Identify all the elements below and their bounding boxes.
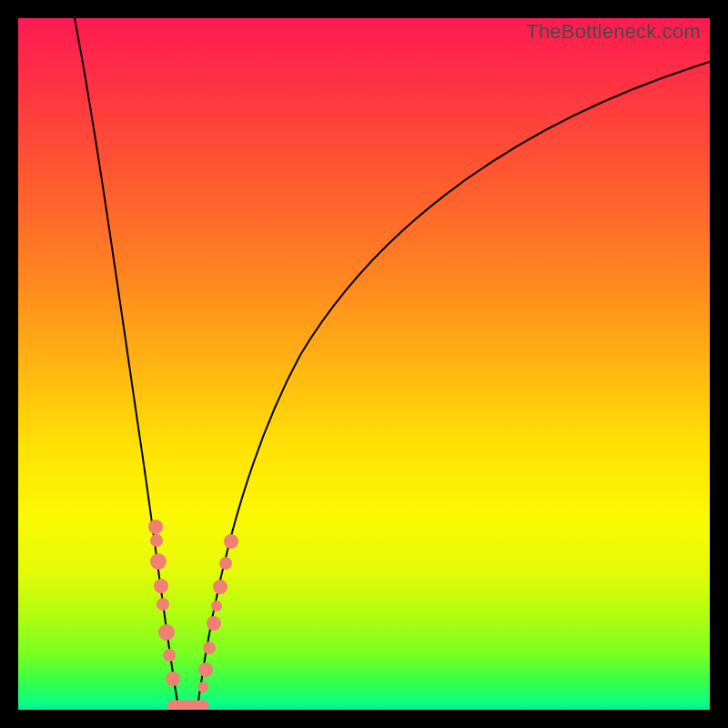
svg-point-15 [224, 534, 238, 549]
curve-right [197, 62, 710, 708]
svg-point-7 [166, 672, 180, 686]
svg-point-14 [219, 557, 232, 570]
chart-svg [18, 18, 710, 710]
svg-point-1 [150, 534, 163, 547]
svg-point-13 [213, 580, 228, 594]
svg-point-0 [148, 520, 163, 534]
markers-left [148, 520, 180, 686]
svg-point-6 [163, 649, 176, 662]
svg-point-8 [197, 682, 208, 693]
svg-point-4 [157, 598, 169, 611]
svg-point-2 [150, 553, 167, 570]
svg-point-10 [203, 642, 216, 654]
svg-point-9 [198, 662, 213, 677]
svg-point-5 [158, 624, 175, 641]
svg-point-12 [211, 601, 222, 612]
chart-frame: TheBottleneck.com [18, 18, 710, 710]
markers-right [197, 534, 238, 693]
svg-point-11 [207, 616, 221, 631]
svg-point-3 [154, 579, 168, 593]
